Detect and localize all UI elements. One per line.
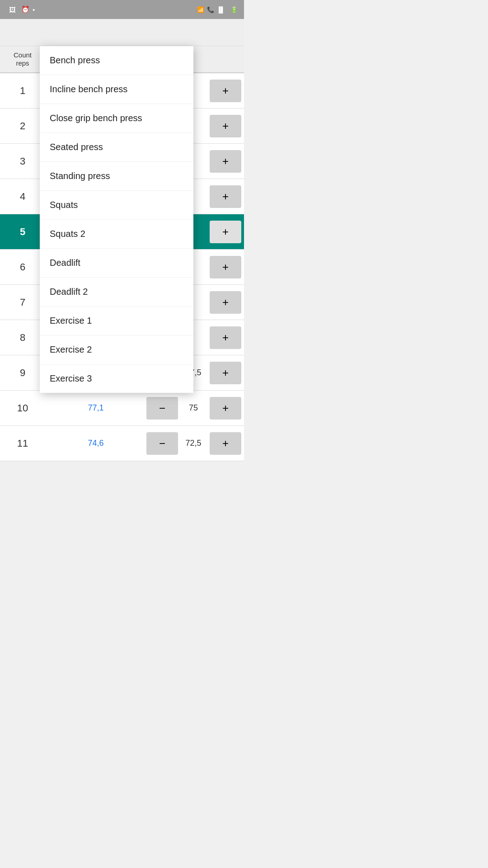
wifi-icon: 📶 — [197, 6, 204, 13]
row-number: 2 — [0, 120, 45, 132]
increment-button[interactable]: + — [210, 221, 241, 243]
dropdown-item[interactable]: Deadlift — [40, 249, 193, 278]
row-calculated-value: 74,6 — [45, 439, 146, 448]
increment-button[interactable]: + — [210, 397, 241, 420]
dropdown-item[interactable]: Close grip bench press — [40, 104, 193, 133]
increment-button[interactable]: + — [210, 150, 241, 173]
column-header-count: Countreps — [0, 51, 45, 67]
signal-icon: ▐▌ — [217, 6, 225, 13]
row-number: 11 — [0, 438, 45, 449]
row-number: 8 — [0, 332, 45, 344]
increment-button[interactable]: + — [210, 291, 241, 314]
top-bar — [0, 19, 244, 46]
decrement-button[interactable]: − — [146, 432, 178, 455]
status-photo-icon: 🖼 — [9, 6, 16, 14]
dropdown-item[interactable]: Bench press — [40, 46, 193, 75]
exercise-dropdown[interactable]: Bench pressIncline bench pressClose grip… — [40, 46, 193, 393]
row-number: 10 — [0, 402, 45, 414]
dropdown-item[interactable]: Standing press — [40, 162, 193, 191]
increment-button[interactable]: + — [210, 115, 241, 137]
table-row: 1174,6−72,5+ — [0, 426, 244, 461]
status-dot: • — [33, 6, 35, 14]
dropdown-item[interactable]: Exercise 1 — [40, 307, 193, 335]
row-number: 3 — [0, 156, 45, 167]
status-right: 📶 📞 ▐▌ 🔋 — [197, 6, 238, 13]
rm-value: 72,5 — [180, 439, 207, 448]
dropdown-item[interactable]: Incline bench press — [40, 75, 193, 104]
table-row: 1077,1−75+ — [0, 391, 244, 426]
increment-button[interactable]: + — [210, 432, 241, 455]
main-area: Countreps RM 1+2+3+4+5+6+7+8+979,1−77,5+… — [0, 46, 244, 461]
status-bar: 🖼 ⏰ • 📶 📞 ▐▌ 🔋 — [0, 0, 244, 19]
status-left: 🖼 ⏰ • — [6, 5, 35, 14]
increment-button[interactable]: + — [210, 362, 241, 384]
row-number: 1 — [0, 85, 45, 97]
row-calculated-value: 77,1 — [45, 403, 146, 413]
dropdown-item[interactable]: Squats 2 — [40, 220, 193, 249]
dropdown-item[interactable]: Exercise 2 — [40, 335, 193, 364]
row-number: 7 — [0, 297, 45, 308]
phone-icon: 📞 — [207, 6, 214, 13]
decrement-button[interactable]: − — [146, 397, 178, 420]
dropdown-item[interactable]: Deadlift 2 — [40, 278, 193, 307]
rm-value: 75 — [180, 403, 207, 413]
row-number: 6 — [0, 261, 45, 273]
row-number: 9 — [0, 367, 45, 379]
dropdown-item[interactable]: Seated press — [40, 133, 193, 162]
dropdown-item[interactable]: Exercise 3 — [40, 364, 193, 393]
battery-icon: 🔋 — [230, 6, 238, 13]
increment-button[interactable]: + — [210, 326, 241, 349]
dropdown-item[interactable]: Squats — [40, 191, 193, 220]
increment-button[interactable]: + — [210, 185, 241, 208]
increment-button[interactable]: + — [210, 256, 241, 278]
increment-button[interactable]: + — [210, 80, 241, 102]
back-button[interactable] — [6, 30, 12, 35]
status-alarm-icon: ⏰ — [21, 5, 30, 14]
row-number: 4 — [0, 191, 45, 203]
row-number: 5 — [0, 226, 45, 238]
